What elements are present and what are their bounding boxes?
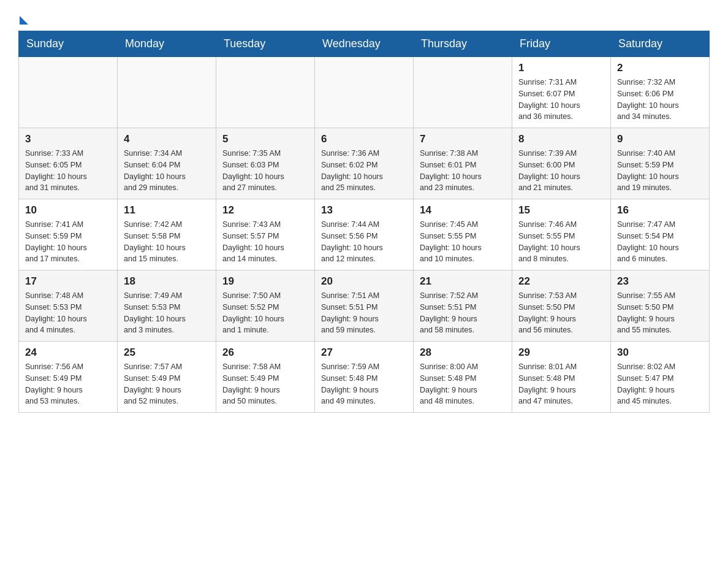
calendar-cell: 25Sunrise: 7:57 AM Sunset: 5:49 PM Dayli…: [118, 342, 216, 413]
day-info: Sunrise: 7:36 AM Sunset: 6:02 PM Dayligh…: [321, 148, 407, 194]
column-header-sunday: Sunday: [19, 31, 118, 57]
day-info: Sunrise: 7:53 AM Sunset: 5:50 PM Dayligh…: [518, 290, 604, 336]
calendar-cell: 8Sunrise: 7:39 AM Sunset: 6:00 PM Daylig…: [512, 128, 611, 199]
day-number: 13: [321, 204, 407, 216]
day-number: 16: [617, 204, 703, 216]
page-header: [18, 12, 710, 25]
logo: [18, 12, 28, 25]
calendar-cell: 15Sunrise: 7:46 AM Sunset: 5:55 PM Dayli…: [512, 199, 611, 270]
calendar-cell: 14Sunrise: 7:45 AM Sunset: 5:55 PM Dayli…: [414, 199, 512, 270]
day-number: 12: [222, 204, 308, 216]
day-number: 4: [124, 133, 210, 145]
calendar-cell: 5Sunrise: 7:35 AM Sunset: 6:03 PM Daylig…: [216, 128, 315, 199]
day-number: 30: [617, 347, 703, 359]
calendar-cell: 17Sunrise: 7:48 AM Sunset: 5:53 PM Dayli…: [19, 270, 118, 342]
calendar-cell: 28Sunrise: 8:00 AM Sunset: 5:48 PM Dayli…: [414, 342, 512, 413]
day-info: Sunrise: 7:41 AM Sunset: 5:59 PM Dayligh…: [25, 219, 111, 265]
day-number: 9: [617, 133, 703, 145]
calendar-cell: [19, 57, 118, 128]
calendar-cell: 26Sunrise: 7:58 AM Sunset: 5:49 PM Dayli…: [216, 342, 315, 413]
day-info: Sunrise: 7:43 AM Sunset: 5:57 PM Dayligh…: [222, 219, 308, 265]
day-number: 3: [25, 133, 111, 145]
calendar-cell: 19Sunrise: 7:50 AM Sunset: 5:52 PM Dayli…: [216, 270, 315, 342]
day-number: 14: [420, 204, 506, 216]
day-info: Sunrise: 8:02 AM Sunset: 5:47 PM Dayligh…: [617, 361, 703, 407]
day-number: 29: [518, 347, 604, 359]
calendar-cell: 12Sunrise: 7:43 AM Sunset: 5:57 PM Dayli…: [216, 199, 315, 270]
day-number: 2: [617, 62, 703, 74]
calendar-cell: 9Sunrise: 7:40 AM Sunset: 5:59 PM Daylig…: [611, 128, 710, 199]
day-info: Sunrise: 7:57 AM Sunset: 5:49 PM Dayligh…: [124, 361, 210, 407]
day-number: 1: [518, 62, 604, 74]
calendar-cell: 11Sunrise: 7:42 AM Sunset: 5:58 PM Dayli…: [118, 199, 216, 270]
calendar-cell: 30Sunrise: 8:02 AM Sunset: 5:47 PM Dayli…: [611, 342, 710, 413]
day-info: Sunrise: 7:42 AM Sunset: 5:58 PM Dayligh…: [124, 219, 210, 265]
calendar-cell: 24Sunrise: 7:56 AM Sunset: 5:49 PM Dayli…: [19, 342, 118, 413]
day-info: Sunrise: 7:49 AM Sunset: 5:53 PM Dayligh…: [124, 290, 210, 336]
day-number: 5: [222, 133, 308, 145]
day-number: 23: [617, 275, 703, 288]
day-info: Sunrise: 7:40 AM Sunset: 5:59 PM Dayligh…: [617, 148, 703, 194]
day-info: Sunrise: 7:38 AM Sunset: 6:01 PM Dayligh…: [420, 148, 506, 194]
day-info: Sunrise: 7:45 AM Sunset: 5:55 PM Dayligh…: [420, 219, 506, 265]
day-info: Sunrise: 7:46 AM Sunset: 5:55 PM Dayligh…: [518, 219, 604, 265]
calendar-cell: 27Sunrise: 7:59 AM Sunset: 5:48 PM Dayli…: [315, 342, 414, 413]
calendar-cell: 16Sunrise: 7:47 AM Sunset: 5:54 PM Dayli…: [611, 199, 710, 270]
day-info: Sunrise: 7:35 AM Sunset: 6:03 PM Dayligh…: [222, 148, 308, 194]
day-number: 24: [25, 347, 111, 359]
day-number: 28: [420, 347, 506, 359]
column-header-monday: Monday: [118, 31, 216, 57]
calendar-cell: 7Sunrise: 7:38 AM Sunset: 6:01 PM Daylig…: [414, 128, 512, 199]
column-header-thursday: Thursday: [414, 31, 512, 57]
calendar-cell: 1Sunrise: 7:31 AM Sunset: 6:07 PM Daylig…: [512, 57, 611, 128]
day-info: Sunrise: 7:55 AM Sunset: 5:50 PM Dayligh…: [617, 290, 703, 336]
column-header-saturday: Saturday: [611, 31, 710, 57]
day-number: 22: [518, 275, 604, 288]
column-header-wednesday: Wednesday: [315, 31, 414, 57]
day-number: 8: [518, 133, 604, 145]
calendar-week-row: 17Sunrise: 7:48 AM Sunset: 5:53 PM Dayli…: [19, 270, 710, 342]
calendar-cell: 10Sunrise: 7:41 AM Sunset: 5:59 PM Dayli…: [19, 199, 118, 270]
logo-triangle-icon: [20, 16, 28, 25]
calendar-cell: 22Sunrise: 7:53 AM Sunset: 5:50 PM Dayli…: [512, 270, 611, 342]
calendar-cell: 4Sunrise: 7:34 AM Sunset: 6:04 PM Daylig…: [118, 128, 216, 199]
calendar-week-row: 1Sunrise: 7:31 AM Sunset: 6:07 PM Daylig…: [19, 57, 710, 128]
day-number: 15: [518, 204, 604, 216]
calendar-cell: 20Sunrise: 7:51 AM Sunset: 5:51 PM Dayli…: [315, 270, 414, 342]
calendar-cell: 3Sunrise: 7:33 AM Sunset: 6:05 PM Daylig…: [19, 128, 118, 199]
calendar-cell: 2Sunrise: 7:32 AM Sunset: 6:06 PM Daylig…: [611, 57, 710, 128]
calendar-cell: 6Sunrise: 7:36 AM Sunset: 6:02 PM Daylig…: [315, 128, 414, 199]
day-info: Sunrise: 7:51 AM Sunset: 5:51 PM Dayligh…: [321, 290, 407, 336]
calendar-cell: 18Sunrise: 7:49 AM Sunset: 5:53 PM Dayli…: [118, 270, 216, 342]
column-header-tuesday: Tuesday: [216, 31, 315, 57]
calendar-cell: 13Sunrise: 7:44 AM Sunset: 5:56 PM Dayli…: [315, 199, 414, 270]
day-number: 18: [124, 275, 210, 288]
day-info: Sunrise: 7:52 AM Sunset: 5:51 PM Dayligh…: [420, 290, 506, 336]
day-info: Sunrise: 7:34 AM Sunset: 6:04 PM Dayligh…: [124, 148, 210, 194]
day-info: Sunrise: 7:32 AM Sunset: 6:06 PM Dayligh…: [617, 77, 703, 123]
calendar-week-row: 24Sunrise: 7:56 AM Sunset: 5:49 PM Dayli…: [19, 342, 710, 413]
calendar-cell: [216, 57, 315, 128]
calendar-week-row: 10Sunrise: 7:41 AM Sunset: 5:59 PM Dayli…: [19, 199, 710, 270]
day-info: Sunrise: 7:47 AM Sunset: 5:54 PM Dayligh…: [617, 219, 703, 265]
day-number: 10: [25, 204, 111, 216]
day-number: 27: [321, 347, 407, 359]
day-number: 11: [124, 204, 210, 216]
calendar-cell: 21Sunrise: 7:52 AM Sunset: 5:51 PM Dayli…: [414, 270, 512, 342]
column-header-friday: Friday: [512, 31, 611, 57]
day-info: Sunrise: 8:01 AM Sunset: 5:48 PM Dayligh…: [518, 361, 604, 407]
day-info: Sunrise: 7:31 AM Sunset: 6:07 PM Dayligh…: [518, 77, 604, 123]
calendar-cell: [414, 57, 512, 128]
calendar-cell: 23Sunrise: 7:55 AM Sunset: 5:50 PM Dayli…: [611, 270, 710, 342]
day-info: Sunrise: 7:56 AM Sunset: 5:49 PM Dayligh…: [25, 361, 111, 407]
day-info: Sunrise: 7:50 AM Sunset: 5:52 PM Dayligh…: [222, 290, 308, 336]
calendar-week-row: 3Sunrise: 7:33 AM Sunset: 6:05 PM Daylig…: [19, 128, 710, 199]
day-info: Sunrise: 8:00 AM Sunset: 5:48 PM Dayligh…: [420, 361, 506, 407]
day-info: Sunrise: 7:44 AM Sunset: 5:56 PM Dayligh…: [321, 219, 407, 265]
day-number: 19: [222, 275, 308, 288]
calendar-table: SundayMondayTuesdayWednesdayThursdayFrid…: [18, 31, 710, 413]
day-info: Sunrise: 7:59 AM Sunset: 5:48 PM Dayligh…: [321, 361, 407, 407]
calendar-cell: [118, 57, 216, 128]
day-number: 26: [222, 347, 308, 359]
day-info: Sunrise: 7:39 AM Sunset: 6:00 PM Dayligh…: [518, 148, 604, 194]
